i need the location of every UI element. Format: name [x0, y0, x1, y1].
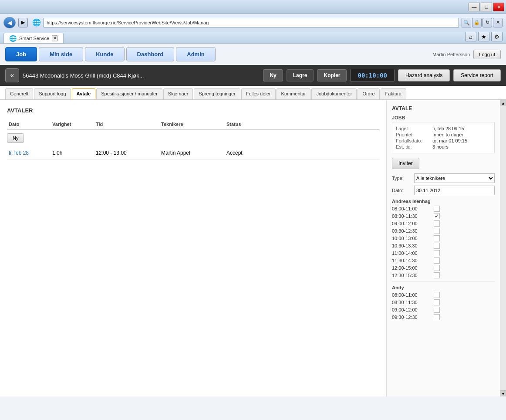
time-slot-row: 08:30-11:30 ✓	[392, 213, 495, 219]
col-header-varighet: Varighet	[51, 121, 94, 128]
time-slot-checkbox-0-6[interactable]	[434, 250, 440, 256]
sub-tab-spreng-tegninger[interactable]: Spreng tegninger	[194, 88, 240, 99]
lock-icon: 🔒	[472, 18, 482, 27]
scroll-up-button[interactable]: ▲	[500, 100, 506, 106]
user-name: Martin Pettersson	[432, 52, 470, 57]
scroll-down-button[interactable]: ▼	[500, 390, 506, 396]
right-panel: AVTALE JOBB Laget: ti, feb 28 09:15 Prio…	[387, 100, 500, 396]
nav-tab-kunde[interactable]: Kunde	[85, 47, 124, 61]
time-slot-label: 11:00-14:00	[392, 251, 431, 256]
type-select[interactable]: Alle teknikere Valgt tekniker	[414, 173, 495, 183]
nav-tab-admin[interactable]: Admin	[176, 47, 215, 61]
sub-tab-support-logg[interactable]: Support logg	[34, 88, 71, 99]
time-slot-label: 08:30-11:30	[392, 300, 431, 305]
divider	[392, 281, 495, 281]
dato-input[interactable]	[414, 186, 495, 195]
time-slot-checkbox-0-7[interactable]	[434, 257, 440, 264]
laget-value: ti, feb 28 09:15	[432, 126, 491, 131]
sub-tab-skjemaer[interactable]: Skjemaer	[163, 88, 193, 99]
forward-button[interactable]: ▶	[18, 18, 28, 27]
job-title: 56443 Mcdonald's Moss Grill (mcd) C844 K…	[23, 72, 260, 79]
sub-tab-generelt[interactable]: Generelt	[5, 88, 33, 99]
est-tid-value: 3 hours	[432, 144, 491, 149]
nav-tab-dashbord[interactable]: Dashbord	[126, 47, 175, 61]
address-input[interactable]	[44, 18, 459, 27]
dato-label: Dato:	[392, 188, 412, 193]
sub-tab-ordre[interactable]: Ordre	[358, 88, 379, 99]
type-row: Type: Alle teknikere Valgt tekniker	[392, 173, 495, 183]
time-slot-row: 12:30-15:30	[392, 272, 495, 278]
time-slot-row: 11:00-14:00	[392, 250, 495, 256]
time-slot-row: 09:30-12:30	[392, 228, 495, 234]
time-slot-row: 09:30-12:30	[392, 314, 495, 320]
new-appointment-button[interactable]: Ny	[7, 133, 24, 143]
hazard-analysis-button[interactable]: Hazard analysis	[398, 69, 450, 81]
time-slot-checkbox-1-3[interactable]	[434, 314, 440, 320]
tab-bar: 🌐 Smart Service ✕ ⌂ ★ ⚙	[0, 31, 506, 44]
time-slot-checkbox-1-0[interactable]	[434, 292, 440, 298]
invite-button[interactable]: Inviter	[392, 158, 419, 169]
time-slot-checkbox-0-0[interactable]	[434, 206, 440, 212]
technician-name-andy: Andy	[392, 285, 495, 290]
minimize-button[interactable]: —	[469, 3, 480, 11]
sub-tab-spesifikasjoner[interactable]: Spesifikasjoner / manualer	[96, 88, 162, 99]
row-dato[interactable]: ti, feb 28	[7, 149, 51, 157]
col-header-status: Status	[225, 121, 277, 128]
prioritet-label: Prioritet:	[396, 132, 431, 137]
favorites-button[interactable]: ★	[478, 32, 489, 41]
time-slot-label: 09:00-12:00	[392, 221, 431, 226]
time-slot-checkbox-0-1[interactable]: ✓	[434, 213, 440, 219]
close-button[interactable]: ✕	[493, 3, 504, 11]
time-slot-checkbox-0-5[interactable]	[434, 243, 440, 249]
sub-tab-avtale[interactable]: Avtale	[72, 88, 96, 99]
table-row: ti, feb 28 1,0h 12:00 - 13:00 Martin App…	[7, 146, 379, 160]
logout-button[interactable]: Logg ut	[473, 50, 501, 59]
row-tid: 12:00 - 13:00	[94, 149, 159, 157]
job-info-grid: Laget: ti, feb 28 09:15 Prioritet: Innen…	[392, 122, 495, 153]
time-slot-row: 08:30-11:30	[392, 299, 495, 305]
time-slot-label: 09:30-12:30	[392, 315, 431, 320]
sub-tabs: Generelt Support logg Avtale Spesifikasj…	[0, 86, 506, 100]
sub-tab-faktura[interactable]: Faktura	[381, 88, 406, 99]
maximize-button[interactable]: □	[481, 3, 492, 11]
refresh-button[interactable]: ↻	[482, 18, 492, 27]
settings-button[interactable]: ⚙	[491, 32, 503, 41]
time-slot-row: 08:00-11:00	[392, 206, 495, 212]
ny-button[interactable]: Ny	[263, 69, 283, 81]
sub-tab-kommentar[interactable]: Kommentar	[277, 88, 311, 99]
row-varighet: 1,0h	[51, 149, 94, 157]
scrollbar[interactable]: ▲ ▼	[500, 100, 506, 396]
time-slot-label: 08:00-11:00	[392, 206, 431, 211]
col-header-tid: Tid	[94, 121, 159, 128]
sub-tab-felles-deler[interactable]: Felles deler	[241, 88, 276, 99]
time-slot-checkbox-1-2[interactable]	[434, 307, 440, 313]
time-slot-checkbox-0-3[interactable]	[434, 228, 440, 234]
home-button[interactable]: ⌂	[465, 32, 476, 41]
job-toolbar: « 56443 Mcdonald's Moss Grill (mcd) C844…	[0, 65, 506, 86]
tab-label: Smart Service	[19, 36, 49, 41]
sub-tab-jobbdokumenter[interactable]: Jobbdokumenter	[311, 88, 357, 99]
col-header-empty	[277, 121, 379, 128]
dato-link[interactable]: ti, feb 28	[9, 150, 29, 156]
time-slot-checkbox-0-8[interactable]	[434, 265, 440, 271]
address-bar: ◀ ▶ 🌐 🔍 🔒 ↻ ✕	[0, 14, 506, 31]
time-slot-label: 12:30-15:30	[392, 273, 431, 278]
prioritet-value: Innen to dager	[432, 132, 491, 137]
time-slot-checkbox-0-2[interactable]	[434, 220, 440, 227]
tab-close-button[interactable]: ✕	[52, 35, 58, 41]
time-slot-checkbox-1-1[interactable]	[434, 299, 440, 305]
job-back-button[interactable]: «	[5, 68, 19, 82]
stop-button[interactable]: ✕	[493, 18, 503, 27]
service-report-button[interactable]: Service report	[453, 69, 501, 81]
kopier-button[interactable]: Kopier	[317, 69, 347, 81]
time-slot-checkbox-0-9[interactable]	[434, 272, 440, 278]
search-button[interactable]: 🔍	[462, 18, 471, 27]
time-slot-label: 10:00-13:00	[392, 236, 431, 241]
time-slot-checkbox-0-4[interactable]	[434, 235, 440, 241]
tab-icon: 🌐	[9, 35, 17, 42]
back-button[interactable]: ◀	[3, 17, 16, 28]
nav-tab-min-side[interactable]: Min side	[39, 47, 83, 61]
lagre-button[interactable]: Lagre	[287, 69, 314, 81]
nav-tab-job[interactable]: Job	[5, 47, 37, 61]
browser-tab-smart-service[interactable]: 🌐 Smart Service ✕	[3, 33, 64, 43]
